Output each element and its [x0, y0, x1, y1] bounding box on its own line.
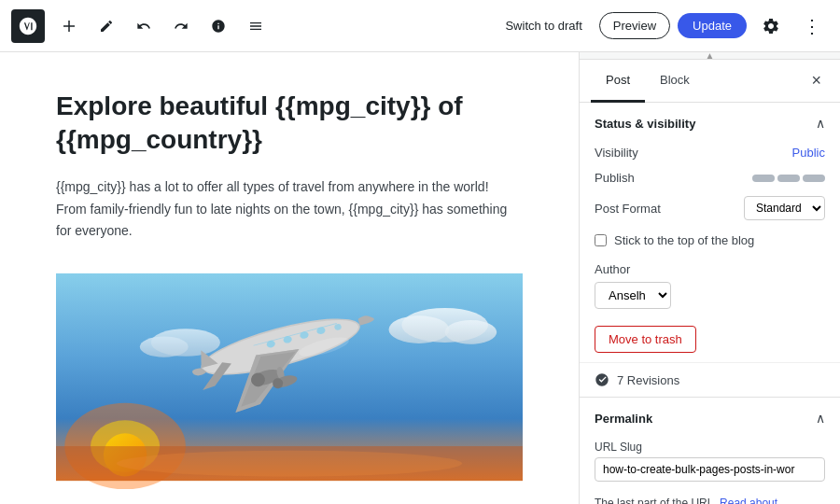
- permalink-section: Permalink ∧ URL Slug The last part of th…: [580, 397, 840, 504]
- revisions-count: 7 Revisions: [617, 373, 679, 387]
- redo-button[interactable]: [164, 9, 198, 43]
- wp-logo[interactable]: [11, 9, 45, 43]
- revisions-icon: [595, 372, 609, 387]
- url-help-text: The last part of the URL. Read about per…: [580, 491, 840, 504]
- svg-point-10: [140, 337, 189, 357]
- publish-row: Publish: [580, 165, 840, 190]
- visibility-label: Visibility: [595, 146, 638, 160]
- undo-icon: [136, 19, 151, 34]
- settings-button[interactable]: [754, 9, 788, 43]
- sidebar: ▲ Post Block × Status & visibility ∧ Vis…: [579, 52, 840, 504]
- tab-post[interactable]: Post: [591, 60, 645, 103]
- main-area: Explore beautiful {{mpg_city}} of {{mpg_…: [0, 52, 840, 504]
- author-label: Author: [595, 262, 825, 276]
- gear-icon: [762, 17, 780, 35]
- svg-point-8: [445, 320, 497, 344]
- chevron-permalink[interactable]: ∧: [816, 411, 825, 426]
- editor-area: Explore beautiful {{mpg_city}} of {{mpg_…: [0, 52, 579, 504]
- update-button[interactable]: Update: [678, 13, 747, 38]
- post-content[interactable]: {{mpg_city}} has a lot to offer all type…: [56, 176, 523, 243]
- plus-icon: [61, 18, 77, 35]
- preview-button[interactable]: Preview: [599, 12, 670, 39]
- pencil-icon: [99, 19, 114, 34]
- move-to-trash-button[interactable]: Move to trash: [595, 326, 696, 353]
- redo-icon: [174, 19, 189, 34]
- blur-dot-3: [803, 175, 825, 182]
- author-select[interactable]: Anselh: [595, 282, 671, 309]
- author-section: Author Anselh: [580, 255, 840, 316]
- undo-button[interactable]: [127, 9, 161, 43]
- revisions-row[interactable]: 7 Revisions: [580, 362, 840, 397]
- airplane-illustration: [56, 265, 523, 489]
- stick-top-label: Stick to the top of the blog: [614, 233, 754, 247]
- toolbar: Switch to draft Preview Update ⋮: [0, 0, 840, 52]
- add-block-button[interactable]: [52, 9, 86, 43]
- url-slug-label: URL Slug: [595, 441, 825, 454]
- svg-point-7: [388, 315, 449, 343]
- list-view-button[interactable]: [239, 9, 273, 43]
- url-slug-input[interactable]: [595, 457, 825, 482]
- svg-point-26: [117, 451, 462, 477]
- tools-button[interactable]: [90, 9, 123, 43]
- post-format-label: Post Format: [595, 202, 661, 216]
- sidebar-content: Status & visibility ∧ Visibility Public …: [580, 103, 840, 504]
- post-image[interactable]: [56, 265, 523, 489]
- publish-label: Publish: [595, 171, 635, 185]
- trash-row: Move to trash: [580, 316, 840, 362]
- url-slug-section: URL Slug: [580, 435, 840, 491]
- post-format-select[interactable]: Standard Aside Image Video Quote Link Ga…: [744, 196, 825, 220]
- toolbar-left: [11, 9, 273, 43]
- switch-to-draft-button[interactable]: Switch to draft: [496, 13, 591, 38]
- stick-top-row: Stick to the top of the blog: [580, 226, 840, 255]
- list-view-icon: [248, 19, 263, 34]
- sidebar-tabs: Post Block ×: [580, 60, 840, 103]
- visibility-value[interactable]: Public: [792, 146, 825, 160]
- publish-value-blurred: [752, 175, 825, 182]
- permalink-header: Permalink ∧: [580, 398, 840, 435]
- chevron-status[interactable]: ∧: [816, 116, 825, 131]
- info-icon: [211, 19, 226, 34]
- blur-dot-1: [752, 175, 775, 182]
- blur-dot-2: [777, 175, 800, 182]
- more-options-button[interactable]: ⋮: [795, 9, 829, 43]
- info-button[interactable]: [202, 9, 235, 43]
- toolbar-right: Switch to draft Preview Update ⋮: [496, 9, 829, 43]
- svg-rect-1: [63, 25, 75, 27]
- visibility-row: Visibility Public: [580, 140, 840, 165]
- permalink-title: Permalink: [595, 412, 652, 426]
- status-visibility-section: Status & visibility ∧: [580, 103, 840, 140]
- stick-top-checkbox[interactable]: [595, 234, 607, 246]
- section-title-status: Status & visibility: [595, 117, 695, 131]
- wp-logo-icon: [18, 16, 38, 36]
- scroll-up-indicator: ▲: [580, 52, 840, 60]
- post-title[interactable]: Explore beautiful {{mpg_city}} of {{mpg_…: [56, 90, 523, 158]
- tab-block[interactable]: Block: [645, 60, 705, 103]
- close-sidebar-button[interactable]: ×: [804, 67, 829, 94]
- post-format-row: Post Format Standard Aside Image Video Q…: [580, 190, 840, 226]
